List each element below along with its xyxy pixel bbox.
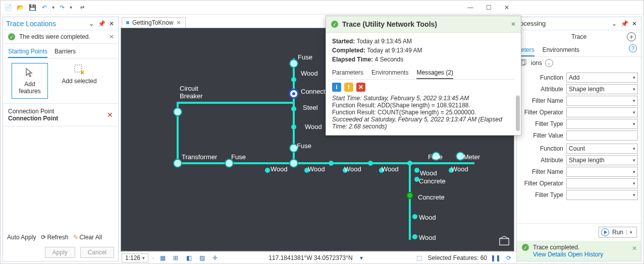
filter-op-dropdown-1[interactable]: ▾	[566, 178, 638, 188]
notice-close-icon[interactable]: ✕	[109, 33, 114, 40]
node-fuse-mid[interactable]	[289, 144, 298, 153]
view-details-link[interactable]: View Details	[533, 251, 566, 258]
filter-op-dropdown-0[interactable]: ▾	[566, 107, 638, 117]
map-tab-close-icon[interactable]: ✕	[176, 19, 181, 26]
msg-filter-error-icon[interactable]: ✕	[356, 83, 365, 92]
node-concrete-green[interactable]	[406, 192, 413, 199]
popup-tab-parameters[interactable]: Parameters	[332, 67, 363, 79]
add-features-button[interactable]: Add features	[12, 63, 47, 98]
gp-status-close-icon[interactable]: ✕	[632, 245, 637, 252]
remove-point-icon[interactable]: ✕	[107, 111, 113, 119]
open-project-icon[interactable]: 📂	[16, 3, 25, 12]
add-selected-button[interactable]: Add selected	[62, 63, 97, 98]
map-tab-gettingtoknow[interactable]: GettingToKnow ✕	[122, 17, 186, 28]
gp-tab-parameters[interactable]: eters	[521, 44, 534, 56]
gp-pane-close-icon[interactable]: ✕	[631, 20, 638, 27]
sb-corr-icon[interactable]: ▨	[197, 253, 206, 262]
node[interactable]	[412, 234, 417, 239]
node-meter[interactable]	[456, 152, 465, 161]
node-circuit-breaker[interactable]	[173, 107, 182, 116]
gp-pane-options-icon[interactable]: ⌄	[611, 20, 618, 27]
filter-name-dropdown-1[interactable]: ▾	[566, 167, 638, 177]
node[interactable]	[304, 168, 309, 173]
basemap-icon[interactable]	[499, 236, 510, 247]
edits-completed-notice: ✓ The edits were completed. ✕	[3, 30, 118, 44]
tab-barriers[interactable]: Barriers	[55, 46, 76, 58]
section-collapse-icon[interactable]: ⌄	[545, 59, 553, 67]
msg-filter-info-icon[interactable]: i	[332, 83, 341, 92]
point-type: Connection Point	[8, 108, 107, 115]
node[interactable]	[329, 161, 334, 166]
lbl-filter-val: Filter Value	[520, 132, 566, 139]
node[interactable]	[291, 124, 296, 129]
node[interactable]	[412, 214, 417, 219]
function-dropdown-1[interactable]: Count▾	[566, 144, 638, 154]
clear-all-button[interactable]: ✎Clear All	[73, 234, 102, 241]
gp-help-icon[interactable]: ?	[629, 44, 637, 52]
node[interactable]	[407, 161, 412, 166]
sb-grid-icon[interactable]: ⊞	[171, 253, 180, 262]
refresh-button[interactable]: ⟳Refresh	[41, 234, 68, 241]
sb-snap-icon[interactable]: ◧	[184, 253, 193, 262]
undo-icon[interactable]: ↶	[40, 3, 49, 12]
node[interactable]	[379, 168, 384, 173]
filter-type-dropdown-0[interactable]: ▾	[566, 119, 638, 129]
svg-rect-0	[75, 65, 82, 72]
sb-selection-icon[interactable]: ⬚	[415, 253, 424, 262]
popup-close-icon[interactable]: ✕	[511, 21, 516, 28]
starting-point-row[interactable]: Connection Point Connection Point ✕	[3, 104, 118, 126]
new-project-icon[interactable]: 📄	[4, 3, 13, 12]
sb-pause-icon[interactable]: ❚❚	[491, 253, 500, 262]
starting-point-marker[interactable]	[289, 89, 299, 99]
sb-dynconst-icon[interactable]: ✛	[210, 253, 220, 262]
minimize-button[interactable]: —	[467, 4, 474, 11]
save-icon[interactable]: 💾	[28, 3, 37, 12]
functions-parameter-list: FunctionAdd▾ AttributeShape length▾ Filt…	[517, 69, 641, 223]
qat-customize-icon[interactable]: ⇄	[80, 5, 84, 10]
gp-pane-pin-icon[interactable]: 📌	[621, 20, 628, 27]
gp-tab-environments[interactable]: Environments	[543, 44, 579, 56]
close-window-button[interactable]: ✕	[503, 4, 510, 11]
sb-coord-format-icon[interactable]: ▾	[357, 253, 366, 262]
run-button[interactable]: Run ▾	[599, 227, 637, 238]
node[interactable]	[368, 161, 373, 166]
pane-close-icon[interactable]: ✕	[108, 20, 115, 27]
node[interactable]	[414, 177, 419, 182]
gp-add-icon[interactable]: +	[627, 32, 636, 41]
node[interactable]	[265, 168, 270, 173]
sb-select-icon[interactable]: ▦	[158, 253, 167, 262]
cancel-button[interactable]: Cancel	[80, 247, 114, 258]
scale-input[interactable]: 1:126▾	[122, 253, 148, 262]
sb-refresh-icon[interactable]: ⟳	[504, 253, 513, 262]
node-fuse-top[interactable]	[289, 59, 298, 68]
node-fuse[interactable]	[225, 159, 234, 168]
node[interactable]	[291, 106, 296, 111]
node[interactable]	[343, 168, 348, 173]
pane-options-icon[interactable]: ⌄	[88, 20, 95, 27]
filter-name-dropdown-0[interactable]: ▾	[566, 96, 638, 106]
node[interactable]	[449, 168, 454, 173]
node-fuse-right[interactable]	[432, 152, 441, 161]
redo-split-icon[interactable]: ▾	[70, 5, 72, 10]
pane-pin-icon[interactable]: 📌	[98, 20, 105, 27]
redo-icon[interactable]: ↷	[58, 3, 67, 12]
filter-type-dropdown-1[interactable]: ▾	[566, 190, 638, 200]
attribute-dropdown-1[interactable]: Shape length▾	[566, 155, 638, 165]
popup-tab-environments[interactable]: Environments	[371, 67, 408, 79]
auto-apply-toggle[interactable]: Auto Apply	[7, 234, 36, 241]
msg-filter-warn-icon[interactable]: !	[344, 83, 353, 92]
apply-button[interactable]: Apply	[45, 247, 75, 258]
function-dropdown-0[interactable]: Add▾	[566, 73, 638, 83]
tab-starting-points[interactable]: Starting Points	[8, 46, 47, 58]
attribute-dropdown-0[interactable]: Shape length▾	[566, 84, 638, 94]
filter-val-input-0[interactable]	[566, 130, 638, 141]
node[interactable]	[414, 168, 419, 173]
node[interactable]	[291, 77, 296, 82]
maximize-button[interactable]: ☐	[485, 4, 492, 11]
node[interactable]	[289, 159, 298, 168]
messages-scrollbar[interactable]	[516, 95, 520, 130]
node-transformer[interactable]	[173, 159, 182, 168]
undo-split-icon[interactable]: ▾	[52, 5, 55, 10]
open-history-link[interactable]: Open History	[568, 251, 603, 258]
popup-tab-messages[interactable]: Messages (2)	[416, 67, 453, 79]
